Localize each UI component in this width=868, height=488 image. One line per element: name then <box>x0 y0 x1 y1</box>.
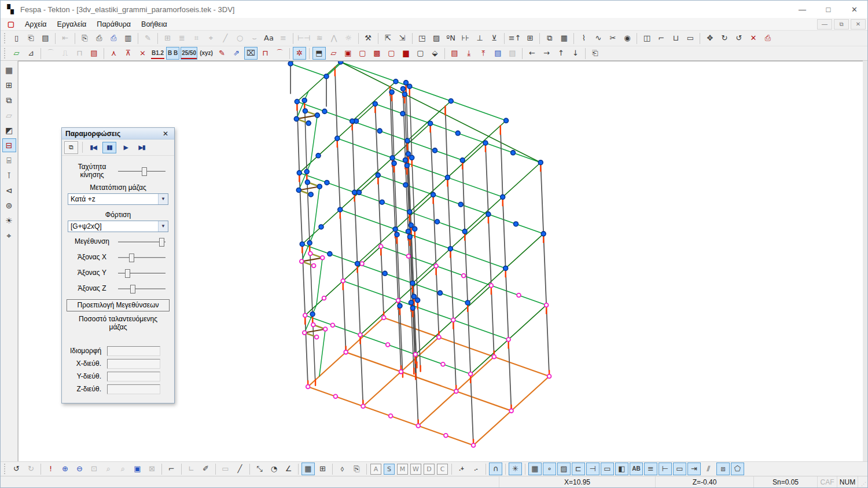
speed-slider[interactable] <box>117 166 167 177</box>
snap-doc-button[interactable]: ≡ <box>644 463 657 475</box>
snap-star-button[interactable]: ✳ <box>509 463 522 475</box>
open-view-file-button[interactable]: ⎗ <box>589 47 602 60</box>
forces-members-button[interactable]: ⋏ <box>107 47 120 60</box>
snapshot-button[interactable]: ⧉ <box>64 141 78 154</box>
x-dir-field[interactable] <box>107 359 160 369</box>
save-button[interactable]: ▤ <box>39 32 52 45</box>
box-3d-button[interactable]: ⬙ <box>428 47 442 60</box>
b2550-button[interactable]: 25/50 <box>181 47 197 60</box>
drawing-canvas[interactable]: Παραμορφώσεις ✕ ⧉ ▮◀▮▮▶▶▮ Ταχύτητα κίνησ… <box>18 61 863 461</box>
load-tri-button[interactable]: ⊻ <box>488 32 501 45</box>
import-props-button[interactable]: ⇱ <box>381 32 395 45</box>
snap-label-button[interactable]: ▭ <box>673 463 686 475</box>
deform-off-button[interactable]: ⌧ <box>244 47 258 60</box>
portal-button[interactable]: ⊓ <box>259 47 272 60</box>
sun-button[interactable]: ☀ <box>2 214 16 228</box>
lighting-button[interactable]: ⊲ <box>2 184 16 197</box>
slider-thumb[interactable] <box>159 238 164 247</box>
pause-button[interactable]: ▮▮ <box>102 142 116 153</box>
snap-quad-button[interactable]: ◧ <box>615 463 628 475</box>
snap-hatch-button[interactable]: ▨ <box>557 463 571 475</box>
slider-track[interactable] <box>118 241 165 243</box>
dialog-header[interactable]: Παραμορφώσεις ✕ <box>62 128 174 140</box>
mdi-close-button[interactable]: ✕ <box>851 19 866 30</box>
snap-image-button[interactable]: ⧈ <box>716 463 730 475</box>
snap-arrow-button[interactable]: ⇥ <box>687 463 701 475</box>
new-button[interactable]: ▯ <box>10 32 23 45</box>
walk-fwd-button[interactable]: ↻ <box>718 32 731 45</box>
delete-button[interactable]: ✕ <box>746 32 760 45</box>
ucs-corner-button[interactable]: ⌐ <box>165 463 178 475</box>
snap-dim-button[interactable]: ⊢ <box>659 463 672 475</box>
slider-thumb[interactable] <box>129 254 134 262</box>
slope-button[interactable]: ⌇ <box>577 32 590 45</box>
support-button[interactable]: ⊥ <box>473 32 487 45</box>
menu-archeia[interactable]: Αρχεία <box>20 19 52 30</box>
menu-parathyra[interactable]: Παράθυρα <box>91 19 136 30</box>
view-angle-button[interactable]: ⊿ <box>24 47 38 60</box>
walk-back-button[interactable]: ↺ <box>732 32 745 45</box>
move-snap-button[interactable]: ⤡ <box>253 463 266 475</box>
openings-button[interactable]: ⊞ <box>2 78 16 92</box>
loads-button[interactable]: ⊟ <box>2 138 16 152</box>
protractor-button[interactable]: ◔ <box>267 463 281 475</box>
zoom-out-button[interactable]: ⊖ <box>73 463 86 475</box>
layer-m-button[interactable]: M <box>397 464 408 475</box>
fence-button[interactable]: ▦ <box>557 32 571 45</box>
select-poly-button[interactable]: ▱ <box>10 47 23 60</box>
copy-format-button[interactable]: ⧉ <box>543 32 556 45</box>
storey-list-button[interactable]: ≡↑ <box>507 32 523 45</box>
default-magnifications-button[interactable]: Προεπιλογή Μεγεθύνσεων <box>67 299 170 311</box>
snap-node-button[interactable]: ∘ <box>543 463 556 475</box>
triad-button[interactable]: ✲ <box>293 47 306 60</box>
panels-button[interactable]: ⌸ <box>2 153 16 167</box>
export-view-button[interactable]: ▥ <box>122 32 135 45</box>
slabs-button[interactable]: ⧉ <box>2 93 16 107</box>
megethynsi-slider[interactable] <box>117 236 167 248</box>
print-preview-button[interactable]: ⎙ <box>107 32 120 45</box>
measure-line-button[interactable]: ╱ <box>233 463 247 475</box>
table-blue-button[interactable]: ▤ <box>491 47 505 60</box>
pan-down-button[interactable]: ↓ <box>569 47 582 60</box>
snap-rect-button[interactable]: ▭ <box>601 463 614 475</box>
layer-w-button[interactable]: W <box>410 464 421 475</box>
calculator-button[interactable]: ⊞ <box>523 32 536 45</box>
ramps-button[interactable]: ◩ <box>2 123 16 137</box>
snap-hatch2-button[interactable]: ⫽ <box>702 463 715 475</box>
zoom-extents-button[interactable]: ▣ <box>131 463 144 475</box>
walls-button[interactable]: ▦ <box>2 63 16 77</box>
tag-button[interactable]: ⬨ <box>336 463 349 475</box>
search-region-button[interactable]: ◉ <box>620 32 634 45</box>
node-numbers-button[interactable]: ºN <box>444 32 458 45</box>
chevron-down-icon[interactable]: ▼ <box>158 194 168 204</box>
trim-button[interactable]: ✂ <box>606 32 619 45</box>
table-red-button[interactable]: ▤ <box>448 47 461 60</box>
snap-mid-button[interactable]: ⊣ <box>586 463 599 475</box>
wave-button[interactable]: ∿ <box>591 32 605 45</box>
pan-up-button[interactable]: ↑ <box>554 47 568 60</box>
solid-view-button[interactable]: ▆ <box>399 47 413 60</box>
open-button[interactable]: ⎗ <box>24 32 38 45</box>
slider-thumb[interactable] <box>130 285 135 293</box>
forces-nodes-button[interactable]: ⊼ <box>122 47 135 60</box>
z-dir-field[interactable] <box>107 384 160 394</box>
dyn-arrow-button[interactable]: ⇗ <box>230 47 243 60</box>
mouse-settings-button[interactable]: ∩ <box>489 463 502 475</box>
mdi-restore-button[interactable]: ⧉ <box>834 19 849 30</box>
layer-c-button[interactable]: C <box>437 464 448 475</box>
chevron-down-icon[interactable]: ▼ <box>158 221 168 232</box>
slider-thumb[interactable] <box>142 167 147 176</box>
snap-ab-button[interactable]: AB <box>630 463 643 475</box>
pan-right-button[interactable]: → <box>540 47 553 60</box>
layer-a-button[interactable]: A <box>370 464 381 475</box>
xyz-button[interactable]: (xyz) <box>198 47 214 60</box>
undo-button[interactable]: ↺ <box>10 463 23 475</box>
view-3d-button[interactable]: ⬒ <box>312 47 326 60</box>
bb-button[interactable]: B B <box>166 47 179 60</box>
maximize-button[interactable]: □ <box>815 1 841 18</box>
axis-z-slider[interactable] <box>117 283 167 295</box>
roof-4-button[interactable]: ▢ <box>385 47 398 60</box>
quick-table-button[interactable]: ▦ <box>301 463 315 475</box>
pan-left-button[interactable]: ← <box>525 47 539 60</box>
comment-button[interactable]: ▭ <box>683 32 697 45</box>
